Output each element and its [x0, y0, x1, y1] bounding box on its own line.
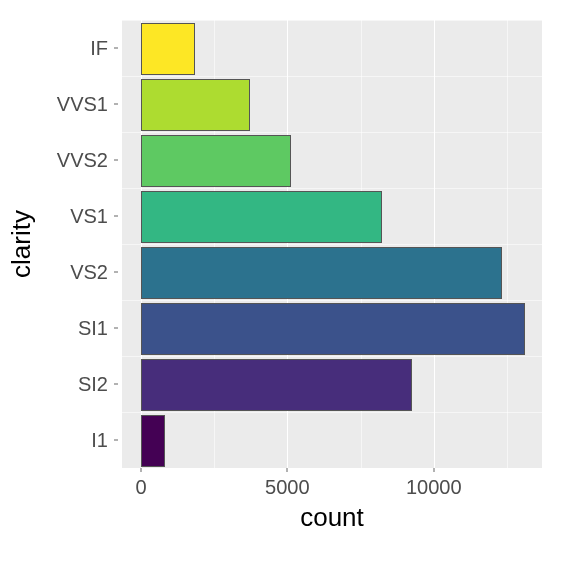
y-tick-label: IF [46, 37, 114, 60]
y-tick-mark [114, 328, 118, 329]
x-tick-mark [433, 468, 434, 472]
y-tick-label: VVS2 [46, 149, 114, 172]
bar-SI1 [141, 303, 525, 355]
y-tick-mark [114, 48, 118, 49]
x-tick-label: 0 [135, 476, 146, 499]
bar-I1 [141, 415, 165, 467]
y-tick-label: VS2 [46, 261, 114, 284]
y-tick-label: SI2 [46, 373, 114, 396]
x-tick-label: 5000 [265, 476, 310, 499]
bars-layer [122, 20, 542, 468]
y-tick-mark [114, 104, 118, 105]
bar-VVS2 [141, 135, 291, 187]
y-tick-mark [114, 160, 118, 161]
y-tick-label: I1 [46, 429, 114, 452]
y-tick-label: SI1 [46, 317, 114, 340]
bar-IF [141, 23, 195, 75]
x-tick-label: 10000 [406, 476, 462, 499]
x-tick-mark [287, 468, 288, 472]
y-tick-label: VVS1 [46, 93, 114, 116]
plot-panel [122, 20, 542, 468]
y-axis: IFVVS1VVS2VS1VS2SI1SI2I1 [52, 20, 114, 468]
y-tick-mark [114, 384, 118, 385]
bar-VS2 [141, 247, 502, 299]
y-tick-mark [114, 216, 118, 217]
bar-SI2 [141, 359, 412, 411]
bar-VS1 [141, 191, 382, 243]
y-axis-title: clarity [6, 199, 37, 289]
chart: IFVVS1VVS2VS1VS2SI1SI2I1 0500010000 clar… [0, 0, 576, 576]
y-tick-label: VS1 [46, 205, 114, 228]
y-tick-mark [114, 440, 118, 441]
y-tick-mark [114, 272, 118, 273]
x-tick-mark [141, 468, 142, 472]
bar-VVS1 [141, 79, 250, 131]
x-axis-title: count [122, 502, 542, 533]
